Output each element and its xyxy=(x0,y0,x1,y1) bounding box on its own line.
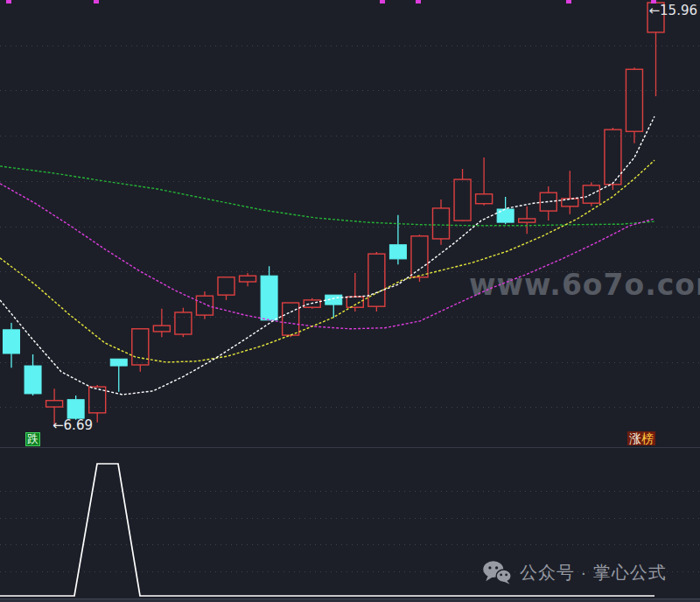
low-price-marker: ←6.69 xyxy=(52,417,93,433)
candlestick-chart xyxy=(0,0,700,602)
rank-badge-bang: 榜 xyxy=(641,431,654,445)
footer-watermark: 公众号 · 掌心公式 xyxy=(482,560,667,584)
rank-badge-zhang: 涨 xyxy=(629,431,641,445)
stock-app-chart-window: www.6o7o.com ←15.96 ←6.69 跌 涨榜 公众号 · 掌心公… xyxy=(0,0,700,602)
ma-white xyxy=(0,116,654,395)
wechat-icon xyxy=(482,560,512,584)
high-price-marker: ←15.96 xyxy=(648,3,697,18)
footer-text: 公众号 · 掌心公式 xyxy=(520,561,667,584)
fall-badge: 跌 xyxy=(25,432,40,446)
rank-badge: 涨榜 xyxy=(627,431,655,445)
